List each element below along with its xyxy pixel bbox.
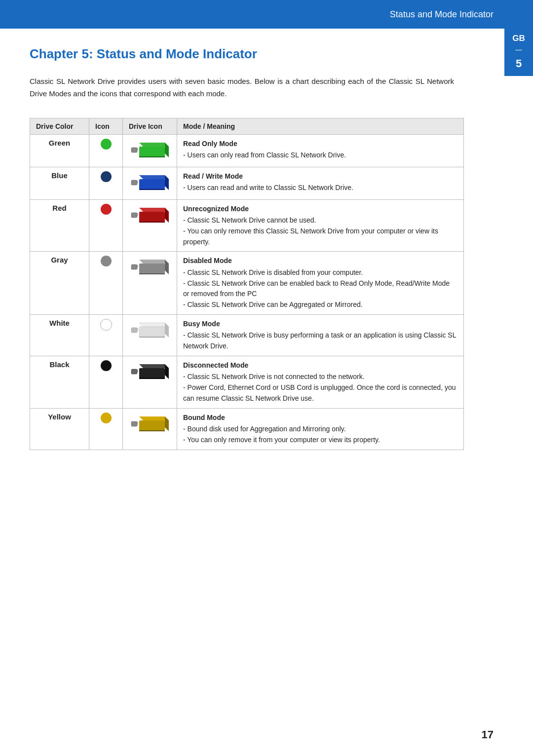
cell-mode-meaning: Disabled Mode- Classic SL Network Drive … <box>177 252 464 314</box>
mode-desc-line: - You can only remove it from your compu… <box>183 435 457 446</box>
cell-color-name: Blue <box>30 167 89 199</box>
top-header: Status and Mode Indicator <box>0 0 533 29</box>
dot-gray <box>101 256 112 266</box>
cell-color-dot <box>89 408 123 450</box>
svg-marker-33 <box>165 323 169 338</box>
svg-rect-42 <box>131 421 137 426</box>
mode-title: Disconnected Mode <box>183 360 457 371</box>
th-icon: Icon <box>89 118 123 134</box>
svg-marker-40 <box>165 364 169 379</box>
svg-rect-21 <box>131 265 137 269</box>
svg-rect-4 <box>139 147 165 157</box>
cell-color-dot <box>89 356 123 408</box>
mode-title: Read Only Mode <box>183 139 457 150</box>
svg-rect-14 <box>131 213 137 218</box>
svg-rect-25 <box>139 264 165 274</box>
svg-rect-34 <box>139 337 165 338</box>
th-mode-meaning: Mode / Meaning <box>177 118 464 134</box>
cell-color-name: Gray <box>30 252 89 314</box>
cell-color-dot <box>89 167 123 199</box>
cell-mode-meaning: Unrecognized Mode- Classic SL Network Dr… <box>177 199 464 252</box>
svg-marker-26 <box>165 260 169 274</box>
cell-drive-icon <box>123 199 177 252</box>
svg-marker-31 <box>139 323 169 327</box>
dot-yellow <box>101 413 112 423</box>
svg-rect-27 <box>139 273 165 274</box>
svg-rect-39 <box>139 368 165 379</box>
mode-desc-line: - Classic SL Network Drive cannot be use… <box>183 215 457 226</box>
side-tab-divider: — <box>504 45 533 55</box>
main-content: Chapter 5: Status and Mode Indicator Cla… <box>0 29 503 480</box>
svg-rect-35 <box>131 369 137 374</box>
cell-mode-meaning: Bound Mode- Bound disk used for Aggregat… <box>177 408 464 450</box>
svg-marker-10 <box>139 175 169 179</box>
svg-rect-7 <box>131 180 137 185</box>
cell-color-name: Black <box>30 356 89 408</box>
cell-drive-icon <box>123 408 177 450</box>
side-tab: GB — 5 <box>504 29 533 76</box>
mode-desc-line: - Classic SL Network Drive can be Aggreg… <box>183 300 457 310</box>
cell-mode-meaning: Busy Mode- Classic SL Network Drive is b… <box>177 314 464 356</box>
svg-marker-3 <box>139 143 169 147</box>
mode-desc-line: - Classic SL Network Drive is disabled f… <box>183 267 457 278</box>
svg-rect-46 <box>139 420 165 431</box>
dot-white <box>100 319 112 331</box>
cell-drive-icon <box>123 167 177 199</box>
svg-rect-28 <box>131 328 137 333</box>
table-row: Green Read Only Mode- Users can only rea… <box>30 134 464 167</box>
mode-title: Unrecognized Mode <box>183 204 457 215</box>
cell-color-name: Green <box>30 134 89 167</box>
svg-marker-5 <box>165 143 169 157</box>
intro-paragraph: Classic SL Network Drive provides users … <box>30 76 454 100</box>
cell-mode-meaning: Disconnected Mode- Classic SL Network Dr… <box>177 356 464 408</box>
dot-red <box>101 204 112 215</box>
svg-rect-0 <box>131 148 137 152</box>
mode-desc-line: - Classic SL Network Drive is busy perfo… <box>183 330 457 351</box>
table-row: Black Disconnected Mode- Classic SL Netw… <box>30 356 464 408</box>
mode-desc-line: - Classic SL Network Drive can be enable… <box>183 278 457 300</box>
th-drive-icon: Drive Icon <box>123 118 177 134</box>
svg-marker-12 <box>165 175 169 190</box>
mode-title: Busy Mode <box>183 319 457 330</box>
cell-color-dot <box>89 134 123 167</box>
table-row: Yellow Bound Mode- Bound disk used for A… <box>30 408 464 450</box>
cell-color-dot <box>89 314 123 356</box>
svg-rect-11 <box>139 179 165 190</box>
page-number: 17 <box>482 728 494 741</box>
cell-color-dot <box>89 199 123 252</box>
svg-rect-41 <box>139 378 165 379</box>
dot-blue <box>101 171 112 182</box>
cell-mode-meaning: Read Only Mode- Users can only read from… <box>177 134 464 167</box>
mode-title: Bound Mode <box>183 413 457 423</box>
svg-marker-24 <box>139 260 169 264</box>
mode-desc-line: - Classic SL Network Drive is not connec… <box>183 372 457 382</box>
side-tab-lang: GB <box>504 29 533 45</box>
cell-color-name: White <box>30 314 89 356</box>
svg-rect-32 <box>139 327 165 338</box>
mode-desc-line: - You can only remove this Classic SL Ne… <box>183 226 457 247</box>
svg-rect-6 <box>139 156 165 157</box>
svg-rect-20 <box>139 222 165 223</box>
dot-green <box>101 139 112 150</box>
cell-drive-icon <box>123 314 177 356</box>
cell-color-name: Yellow <box>30 408 89 450</box>
cell-drive-icon <box>123 252 177 314</box>
table-row: Blue Read / Write Mode- Users can read a… <box>30 167 464 199</box>
svg-rect-18 <box>139 212 165 223</box>
mode-desc-line: - Bound disk used for Aggregation and Mi… <box>183 424 457 435</box>
cell-mode-meaning: Read / Write Mode- Users can read and wr… <box>177 167 464 199</box>
mode-desc-line: - Power Cord, Ethernet Cord or USB Cord … <box>183 382 457 404</box>
svg-rect-13 <box>139 189 165 190</box>
dot-black <box>101 360 112 371</box>
svg-marker-45 <box>139 416 169 420</box>
svg-rect-48 <box>139 430 165 431</box>
table-row: Red Unrecognized Mode- Classic SL Networ… <box>30 199 464 252</box>
mode-title: Disabled Mode <box>183 256 457 266</box>
svg-marker-47 <box>165 416 169 431</box>
mode-desc-line: - Users can read and write to Classic SL… <box>183 183 457 193</box>
cell-drive-icon <box>123 134 177 167</box>
header-title: Status and Mode Indicator <box>390 9 494 20</box>
svg-marker-38 <box>139 364 169 368</box>
side-tab-chapter: 5 <box>504 55 533 76</box>
table-row: White Busy Mode- Classic SL Network Driv… <box>30 314 464 356</box>
